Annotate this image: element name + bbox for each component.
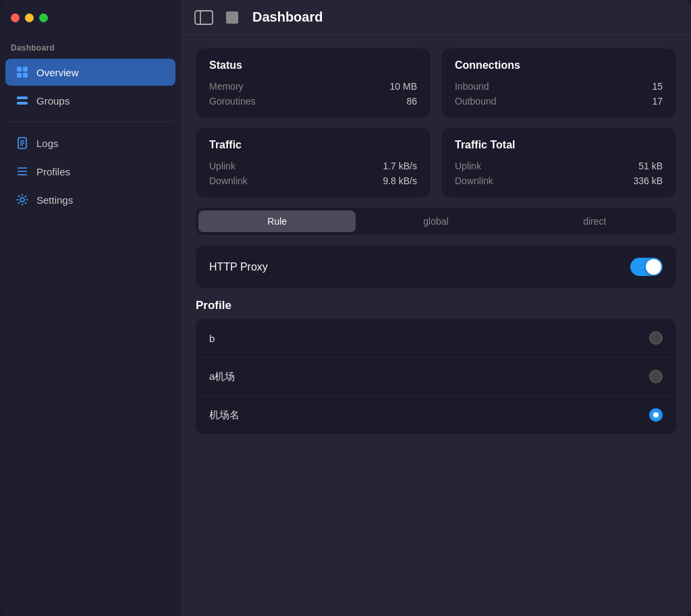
titlebar-sidebar	[0, 0, 181, 35]
minimize-button[interactable]	[25, 13, 34, 22]
traffic-card: Traffic Uplink 1.7 kB/s Downlink 9.8 kB/…	[196, 128, 431, 197]
profile-section-title: Profile	[196, 299, 676, 312]
sidebar: Dashboard Overview Groups	[0, 0, 181, 616]
profile-radio-airport-name[interactable]	[649, 408, 663, 422]
goroutines-label: Goroutines	[209, 96, 255, 107]
traffic-downlink-value: 9.8 kB/s	[383, 175, 417, 186]
window-mode-button[interactable]	[223, 8, 242, 27]
profile-card: b a机场 机场名	[196, 319, 676, 434]
sidebar-item-groups[interactable]: Groups	[5, 87, 175, 114]
maximize-button[interactable]	[39, 13, 48, 22]
inbound-row: Inbound 15	[455, 81, 663, 92]
svg-rect-14	[195, 11, 213, 24]
svg-point-13	[20, 198, 24, 202]
traffic-total-card-title: Traffic Total	[455, 139, 663, 151]
svg-rect-0	[17, 67, 22, 72]
close-button[interactable]	[11, 13, 20, 22]
http-proxy-label: HTTP Proxy	[209, 261, 268, 273]
stats-row-2: Traffic Uplink 1.7 kB/s Downlink 9.8 kB/…	[196, 128, 676, 197]
main-panel: Dashboard Status Memory 10 MB Goroutines…	[181, 0, 691, 616]
sidebar-item-logs-label: Logs	[36, 138, 59, 149]
groups-icon	[15, 93, 30, 108]
profile-radio-airport-a[interactable]	[649, 370, 663, 383]
traffic-card-title: Traffic	[209, 139, 417, 151]
tab-rule[interactable]: Rule	[198, 211, 356, 232]
svg-rect-1	[23, 67, 28, 72]
overview-icon	[15, 65, 30, 80]
profile-item-b[interactable]: b	[196, 319, 676, 358]
traffic-lights	[11, 13, 48, 22]
total-uplink-label: Uplink	[455, 161, 481, 171]
traffic-uplink-value: 1.7 kB/s	[383, 161, 417, 171]
http-proxy-card: HTTP Proxy	[196, 246, 676, 288]
sidebar-item-profiles-label: Profiles	[36, 166, 70, 177]
svg-rect-5	[17, 102, 28, 105]
window-icon	[226, 11, 238, 24]
total-downlink-value: 336 kB	[633, 175, 663, 186]
sidebar-item-settings[interactable]: Settings	[5, 186, 175, 213]
sidebar-section-label: Dashboard	[0, 35, 181, 58]
sidebar-item-logs[interactable]: Logs	[5, 130, 175, 157]
profiles-icon	[15, 164, 30, 179]
mode-tabs: Rule global direct	[196, 208, 676, 235]
profile-name-airport-name: 机场名	[209, 409, 240, 422]
profile-name-b: b	[209, 333, 215, 344]
total-downlink-label: Downlink	[455, 175, 493, 186]
connections-card-title: Connections	[455, 59, 663, 72]
logs-icon	[15, 136, 30, 150]
profile-item-airport-a[interactable]: a机场	[196, 358, 676, 396]
memory-value: 10 MB	[390, 81, 417, 92]
http-proxy-toggle[interactable]	[630, 258, 663, 276]
total-uplink-row: Uplink 51 kB	[455, 161, 663, 171]
stats-row-1: Status Memory 10 MB Goroutines 86 Connec…	[196, 49, 676, 117]
traffic-downlink-label: Downlink	[209, 175, 248, 186]
sidebar-item-overview[interactable]: Overview	[5, 59, 175, 86]
traffic-uplink-label: Uplink	[209, 161, 236, 171]
inbound-label: Inbound	[455, 81, 489, 92]
sidebar-divider	[8, 121, 173, 122]
total-uplink-value: 51 kB	[638, 161, 663, 171]
svg-rect-3	[23, 73, 28, 78]
outbound-row: Outbound 17	[455, 96, 663, 107]
sidebar-item-groups-label: Groups	[36, 95, 70, 107]
total-downlink-row: Downlink 336 kB	[455, 175, 663, 186]
settings-icon	[15, 192, 30, 207]
traffic-uplink-row: Uplink 1.7 kB/s	[209, 161, 417, 171]
profile-radio-b[interactable]	[649, 331, 663, 345]
svg-rect-4	[17, 96, 28, 99]
profile-item-airport-name[interactable]: 机场名	[196, 396, 676, 434]
outbound-label: Outbound	[455, 96, 497, 107]
goroutines-row: Goroutines 86	[209, 96, 417, 107]
goroutines-value: 86	[406, 96, 417, 107]
tab-direct[interactable]: direct	[516, 211, 673, 232]
sidebar-item-profiles[interactable]: Profiles	[5, 158, 175, 185]
profile-name-airport-a: a机场	[209, 370, 235, 383]
main-titlebar: Dashboard	[181, 0, 691, 35]
status-card-title: Status	[209, 59, 417, 72]
inbound-value: 15	[652, 81, 663, 92]
sidebar-item-overview-label: Overview	[36, 67, 79, 78]
svg-rect-2	[17, 73, 22, 78]
memory-row: Memory 10 MB	[209, 81, 417, 92]
traffic-downlink-row: Downlink 9.8 kB/s	[209, 175, 417, 186]
content-area: Status Memory 10 MB Goroutines 86 Connec…	[181, 35, 691, 616]
status-card: Status Memory 10 MB Goroutines 86	[196, 49, 431, 117]
sidebar-toggle-button[interactable]	[194, 8, 213, 27]
memory-label: Memory	[209, 81, 244, 92]
page-title: Dashboard	[252, 9, 323, 25]
sidebar-item-settings-label: Settings	[36, 194, 73, 206]
connections-card: Connections Inbound 15 Outbound 17	[441, 49, 676, 117]
profile-section: Profile b a机场 机场名	[196, 299, 676, 434]
tab-global[interactable]: global	[357, 211, 514, 232]
traffic-total-card: Traffic Total Uplink 51 kB Downlink 336 …	[441, 128, 676, 197]
outbound-value: 17	[652, 96, 663, 107]
toggle-knob	[646, 259, 661, 275]
